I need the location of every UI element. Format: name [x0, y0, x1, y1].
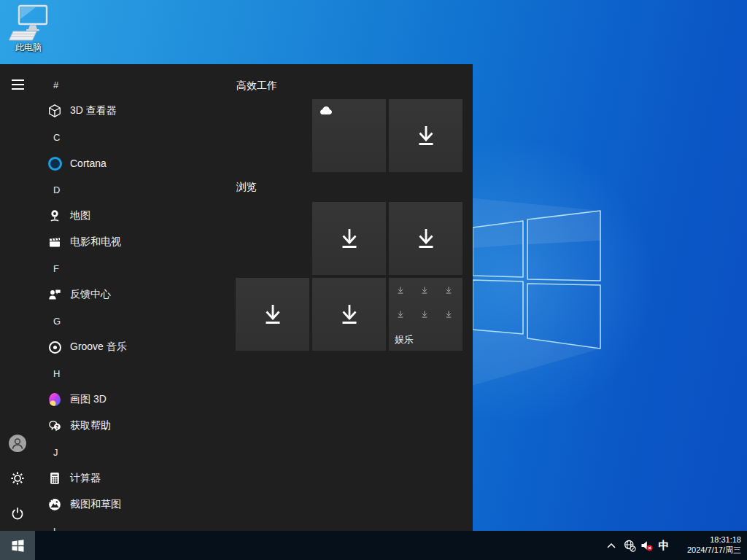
- section-letter[interactable]: G: [53, 308, 97, 334]
- section-letter-partial[interactable]: L: [53, 518, 97, 531]
- download-arrow-icon: [420, 310, 429, 319]
- feedback-hub-icon: [47, 287, 62, 302]
- gear-icon: [10, 471, 25, 486]
- tile-pending-download[interactable]: [236, 278, 309, 351]
- app-item-cortana[interactable]: Cortana: [35, 150, 232, 176]
- taskbar-clock[interactable]: 18:31:18 2024/7/17/周三: [674, 531, 747, 560]
- snip-sketch-icon: [47, 497, 62, 512]
- tile-folder-entertainment[interactable]: 娱乐: [389, 278, 462, 351]
- start-menu-panel: # 3D 查看器 C Cortana D 地图: [0, 64, 473, 531]
- windows-logo-icon: [12, 540, 24, 552]
- ime-indicator[interactable]: 中: [655, 531, 673, 560]
- app-item-paint-3d[interactable]: 画图 3D: [35, 386, 232, 413]
- onedrive-cloud-icon: [318, 104, 334, 120]
- network-status-button[interactable]: [622, 531, 638, 560]
- clock-date: 2024/7/17/周三: [674, 545, 741, 555]
- menu-button[interactable]: [0, 67, 35, 102]
- hamburger-icon: [12, 77, 24, 93]
- network-no-internet-icon: [624, 540, 636, 552]
- app-label: Groove 音乐: [70, 341, 127, 354]
- groove-music-icon: [47, 340, 62, 354]
- app-item-get-help[interactable]: ? 获取帮助: [35, 413, 232, 439]
- download-arrow-icon: [337, 226, 362, 251]
- desktop: 此电脑: [0, 0, 747, 560]
- tile-group-title-explore[interactable]: 浏览: [236, 181, 257, 194]
- app-label: 电影和电视: [70, 236, 121, 249]
- cortana-icon: [47, 156, 62, 171]
- this-pc-computer-icon: [8, 4, 49, 41]
- app-label: 地图: [70, 209, 90, 222]
- app-label: 计算器: [70, 472, 101, 485]
- download-arrow-icon: [420, 286, 429, 295]
- app-label: 截图和草图: [70, 498, 121, 511]
- app-label: 获取帮助: [70, 419, 111, 432]
- app-item-maps[interactable]: 地图: [35, 203, 232, 229]
- app-label: 画图 3D: [70, 393, 107, 406]
- power-button[interactable]: [0, 496, 35, 531]
- app-label: 3D 查看器: [70, 104, 117, 117]
- 3d-viewer-icon: [47, 104, 62, 118]
- paint-3d-icon: [47, 392, 62, 407]
- section-letter[interactable]: D: [53, 176, 97, 203]
- movies-tv-icon: [47, 235, 62, 249]
- user-avatar-icon: [9, 435, 26, 452]
- folder-tile-label: 娱乐: [395, 333, 414, 346]
- app-item-feedback-hub[interactable]: 反馈中心: [35, 281, 232, 308]
- settings-button[interactable]: [0, 461, 35, 496]
- app-item-groove-music[interactable]: Groove 音乐: [35, 334, 232, 360]
- download-arrow-icon: [337, 302, 362, 327]
- download-arrow-icon: [414, 123, 438, 148]
- tile-pending-download[interactable]: [389, 202, 462, 275]
- tile-group-title-productivity[interactable]: 高效工作: [236, 79, 277, 93]
- this-pc-label: 此电脑: [6, 42, 51, 54]
- tile-onedrive-pending[interactable]: [312, 99, 386, 172]
- download-arrow-icon: [260, 302, 285, 327]
- section-letter[interactable]: J: [53, 439, 97, 465]
- taskbar: 中 18:31:18 2024/7/17/周三: [0, 531, 747, 560]
- tile-pending-download[interactable]: [312, 278, 386, 351]
- start-button[interactable]: [0, 531, 35, 560]
- volume-muted-icon: [640, 540, 653, 552]
- download-arrow-icon: [444, 286, 453, 295]
- calculator-icon: [47, 471, 62, 486]
- app-item-3d-viewer[interactable]: 3D 查看器: [35, 98, 232, 124]
- tile-pending-download[interactable]: [312, 202, 386, 275]
- section-letter[interactable]: F: [53, 255, 97, 281]
- clock-time: 18:31:18: [674, 534, 741, 545]
- download-arrow-icon: [414, 226, 438, 251]
- section-letter[interactable]: C: [53, 124, 97, 150]
- download-arrow-icon: [396, 286, 405, 295]
- user-account-button[interactable]: [0, 426, 35, 461]
- hidden-icons-chevron[interactable]: [604, 531, 619, 560]
- section-letter[interactable]: H: [53, 360, 97, 386]
- app-label: Cortana: [70, 158, 107, 169]
- volume-button[interactable]: [638, 531, 654, 560]
- app-item-calculator[interactable]: 计算器: [35, 465, 232, 491]
- download-arrow-icon: [444, 310, 453, 319]
- chevron-up-icon: [607, 543, 616, 548]
- get-help-icon: ?: [47, 419, 62, 433]
- download-arrow-icon: [396, 310, 405, 319]
- app-item-movies-tv[interactable]: 电影和电视: [35, 229, 232, 255]
- this-pc-desktop-icon[interactable]: 此电脑: [6, 4, 51, 54]
- power-icon: [10, 506, 25, 521]
- app-label: 反馈中心: [70, 288, 111, 301]
- app-item-snip-sketch[interactable]: 截图和草图: [35, 491, 232, 518]
- maps-icon: [47, 209, 62, 223]
- svg-text:?: ?: [55, 424, 58, 430]
- tile-pending-download[interactable]: [389, 99, 462, 172]
- ime-chinese-label: 中: [659, 539, 670, 553]
- section-letter[interactable]: #: [53, 71, 97, 98]
